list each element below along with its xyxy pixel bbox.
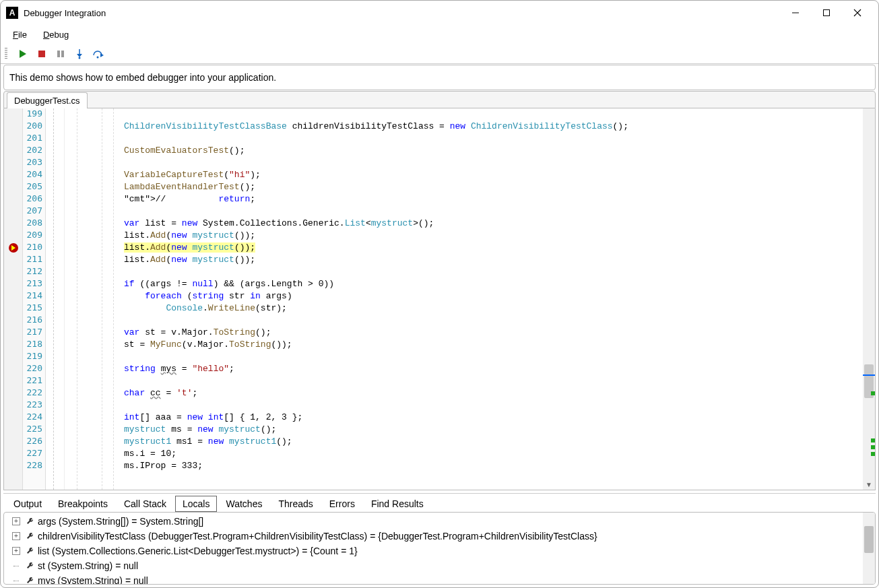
locals-text: childrenVisibilityTestClass (DebuggerTes…	[38, 529, 597, 544]
tab-call-stack[interactable]: Call Stack	[117, 496, 174, 512]
expand-icon[interactable]: +	[12, 532, 20, 540]
tab-locals[interactable]: Locals	[175, 496, 217, 512]
code-line[interactable]: string mys = "hello";	[124, 363, 875, 375]
locals-row[interactable]: +list (System.Collections.Generic.List<D…	[4, 544, 875, 558]
code-line[interactable]: list.Add(new mystruct());	[124, 230, 875, 242]
code-line[interactable]: mystruct1 ms1 = new mystruct1();	[124, 436, 875, 448]
line-number: 208	[23, 218, 42, 230]
locals-text: mys (System.String) = null	[38, 573, 148, 585]
code-line[interactable]: int[] aaa = new int[] { 1, 2, 3 };	[124, 412, 875, 424]
menu-file[interactable]: File	[5, 27, 35, 42]
play-icon	[18, 49, 28, 59]
svg-point-12	[97, 56, 99, 58]
line-number: 203	[23, 157, 42, 169]
line-number: 205	[23, 181, 42, 193]
step-over-button[interactable]	[91, 46, 106, 61]
scrollbar-change-mark	[871, 452, 875, 456]
code-line[interactable]	[124, 399, 875, 412]
line-number: 218	[23, 339, 42, 351]
code-line[interactable]	[124, 108, 875, 121]
maximize-button[interactable]	[811, 2, 842, 24]
code-line[interactable]: ms.i = 10;	[124, 448, 875, 460]
scrollbar-change-mark	[871, 438, 875, 443]
code-line[interactable]	[124, 157, 875, 169]
code-line[interactable]: var list = new System.Collections.Generi…	[124, 218, 875, 230]
editor-scrollbar[interactable]: ▼	[863, 108, 875, 490]
editor-tabstrip: DebuggerTest.cs	[3, 91, 876, 108]
locals-scrollbar-thumb[interactable]	[864, 526, 874, 553]
code-line[interactable]: list.Add(new mystruct());	[124, 242, 875, 254]
code-editor[interactable]: 1992002012022032042052062072082092102112…	[3, 108, 876, 490]
expand-icon[interactable]: +	[12, 547, 20, 555]
close-button[interactable]	[842, 2, 873, 24]
locals-row[interactable]: +childrenVisibilityTestClass (DebuggerTe…	[4, 529, 875, 544]
wrench-icon	[26, 517, 35, 526]
pause-icon	[56, 49, 65, 59]
svg-rect-7	[61, 51, 64, 57]
code-area[interactable]: ChildrenVisibilityTestClassBase children…	[121, 108, 875, 490]
fold-gutter[interactable]	[46, 108, 65, 490]
code-line[interactable]	[124, 315, 875, 327]
code-line[interactable]	[124, 133, 875, 145]
pause-button[interactable]	[53, 46, 68, 61]
svg-marker-9	[77, 54, 82, 57]
code-line[interactable]	[124, 266, 875, 278]
stop-button[interactable]	[34, 46, 49, 61]
line-number: 224	[23, 412, 42, 424]
code-line[interactable]: "cmt">// return;	[124, 193, 875, 205]
stop-icon	[37, 49, 46, 59]
code-line[interactable]	[124, 205, 875, 218]
code-line[interactable]: list.Add(new mystruct());	[124, 254, 875, 266]
code-line[interactable]: mystruct ms = new mystruct();	[124, 424, 875, 436]
line-number: 204	[23, 169, 42, 181]
leaf-icon	[12, 577, 20, 585]
svg-rect-1	[824, 10, 830, 16]
svg-marker-11	[100, 53, 104, 57]
locals-row[interactable]: +args (System.String[]) = System.String[…	[4, 514, 875, 529]
tab-errors[interactable]: Errors	[322, 496, 362, 512]
scrollbar-down-button[interactable]: ▼	[863, 479, 875, 490]
tab-threads[interactable]: Threads	[271, 496, 320, 512]
code-line[interactable]: CustomEvaluatorsTest();	[124, 145, 875, 157]
tab-breakpoints[interactable]: Breakpoints	[51, 496, 115, 512]
locals-row[interactable]: st (System.String) = null	[4, 558, 875, 573]
line-number: 226	[23, 436, 42, 448]
breakpoint-gutter[interactable]	[4, 108, 23, 490]
tab-watches[interactable]: Watches	[218, 496, 269, 512]
code-line[interactable]: var st = v.Major.ToString();	[124, 327, 875, 339]
code-line[interactable]: LambdaEventHandlerTest();	[124, 181, 875, 193]
maximize-icon	[822, 9, 831, 17]
code-line[interactable]: char cc = 't';	[124, 387, 875, 399]
line-number: 225	[23, 424, 42, 436]
expand-icon[interactable]: +	[12, 517, 20, 525]
tab-find-results[interactable]: Find Results	[364, 496, 431, 512]
locals-panel: +args (System.String[]) = System.String[…	[3, 512, 876, 585]
code-line[interactable]: st = MyFunc(v.Major.ToString());	[124, 339, 875, 351]
line-number: 222	[23, 387, 42, 399]
menu-debug[interactable]: Debug	[35, 27, 77, 42]
locals-list[interactable]: +args (System.String[]) = System.String[…	[4, 513, 875, 585]
tab-file-active[interactable]: DebuggerTest.cs	[7, 92, 88, 108]
bottom-tabstrip: OutputBreakpointsCall StackLocalsWatches…	[3, 493, 876, 512]
locals-row[interactable]: mys (System.String) = null	[4, 573, 875, 585]
app-icon: A	[6, 7, 18, 19]
tab-output[interactable]: Output	[6, 496, 49, 512]
line-number: 212	[23, 266, 42, 278]
line-number: 211	[23, 254, 42, 266]
step-into-button[interactable]	[72, 46, 87, 61]
code-line[interactable]	[124, 375, 875, 387]
code-line[interactable]: VariableCaptureTest("hi");	[124, 169, 875, 181]
code-line[interactable]: if ((args != null) && (args.Length > 0))	[124, 278, 875, 290]
line-number: 213	[23, 278, 42, 290]
run-button[interactable]	[15, 46, 30, 61]
info-bar: This demo shows how to embed debugger in…	[3, 65, 876, 90]
svg-marker-4	[20, 50, 26, 58]
code-line[interactable]: foreach (string str in args)	[124, 290, 875, 302]
code-line[interactable]: Console.WriteLine(str);	[124, 302, 875, 315]
code-line[interactable]: ms.IProp = 333;	[124, 460, 875, 472]
scrollbar-change-mark	[871, 391, 875, 395]
code-line[interactable]: ChildrenVisibilityTestClassBase children…	[124, 121, 875, 133]
locals-scrollbar[interactable]	[863, 513, 875, 584]
minimize-button[interactable]	[780, 2, 811, 24]
code-line[interactable]	[124, 351, 875, 363]
